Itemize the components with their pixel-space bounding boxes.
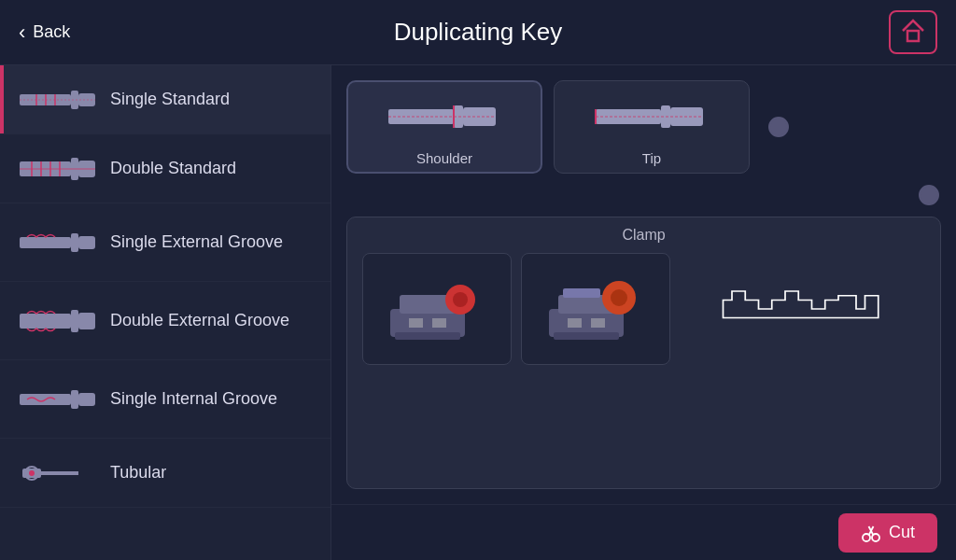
svg-rect-50 (568, 318, 582, 328)
clamp-option-2[interactable] (521, 253, 670, 365)
content-main: Shoulder Tip (331, 65, 956, 504)
header: ‹ Back Duplicating Key (0, 0, 956, 65)
svg-rect-44 (432, 318, 446, 328)
clamp-option-1[interactable] (362, 253, 512, 365)
clamp-options (362, 253, 925, 365)
sidebar-item-label-single-external-groove: Single External Groove (110, 232, 283, 252)
svg-rect-24 (78, 393, 95, 406)
page-title: Duplicating Key (394, 18, 563, 47)
svg-rect-23 (71, 390, 78, 409)
footer: Cut (331, 504, 956, 560)
alignment-radio[interactable] (768, 117, 789, 137)
alignment-options-row: Shoulder Tip (346, 80, 941, 174)
sidebar-item-double-external-groove[interactable]: Double External Groove (0, 282, 330, 360)
svg-point-49 (611, 289, 627, 306)
clamp-title: Clamp (362, 227, 925, 244)
shoulder-option[interactable]: Shoulder (346, 80, 542, 174)
svg-rect-17 (71, 233, 78, 252)
sidebar-item-single-standard[interactable]: Single Standard (0, 65, 330, 134)
shoulder-label: Shoulder (416, 150, 472, 166)
svg-rect-28 (41, 471, 78, 475)
svg-rect-52 (554, 332, 619, 340)
svg-rect-16 (20, 237, 71, 248)
sidebar-item-double-standard[interactable]: Double Standard (0, 134, 330, 203)
home-icon (900, 18, 926, 44)
sidebar: Single Standard Double Standard (0, 65, 331, 560)
back-arrow-icon: ‹ (19, 21, 25, 45)
sidebar-item-label-double-standard: Double Standard (110, 159, 236, 178)
wavy-pattern-svg (714, 267, 892, 351)
clamp-machine-2-icon (540, 262, 652, 356)
sidebar-item-single-internal-groove[interactable]: Single Internal Groove (0, 360, 330, 439)
clamp-pattern-display (680, 253, 925, 365)
svg-point-42 (453, 292, 468, 307)
svg-rect-51 (591, 318, 605, 328)
shoulder-key-illustration (384, 89, 505, 145)
svg-rect-20 (71, 310, 78, 332)
cut-button[interactable]: Cut (838, 513, 937, 553)
key-icon-single-standard (15, 77, 99, 123)
clamp-machine-1-icon (381, 262, 493, 356)
tip-key-illustration (591, 89, 712, 145)
key-icon-single-internal-groove (15, 376, 99, 423)
key-icon-single-external-groove (15, 219, 99, 266)
sidebar-item-single-external-groove[interactable]: Single External Groove (0, 203, 330, 282)
sidebar-item-tubular[interactable]: Tubular (0, 439, 330, 508)
home-button[interactable] (889, 10, 937, 54)
back-label: Back (33, 22, 70, 42)
svg-rect-19 (20, 314, 71, 329)
svg-rect-43 (409, 318, 423, 328)
sidebar-item-label-single-internal-groove: Single Internal Groove (110, 389, 277, 409)
clamp-radio[interactable] (919, 185, 939, 205)
middle-radio-row (346, 185, 941, 205)
sidebar-item-label-tubular: Tubular (110, 463, 166, 483)
svg-rect-45 (395, 332, 460, 340)
key-icon-double-standard (15, 146, 99, 192)
key-icon-tubular (15, 450, 99, 497)
svg-rect-18 (78, 236, 95, 249)
main-layout: Single Standard Double Standard (0, 65, 956, 560)
back-button[interactable]: ‹ Back (19, 21, 70, 45)
tip-label: Tip (642, 150, 661, 166)
svg-point-27 (29, 470, 35, 476)
cut-icon (861, 523, 881, 543)
content-panel: Shoulder Tip (331, 65, 956, 560)
svg-rect-53 (563, 288, 600, 298)
tip-option[interactable]: Tip (554, 80, 750, 174)
svg-rect-0 (907, 31, 919, 41)
sidebar-item-label-double-external-groove: Double External Groove (110, 311, 289, 330)
clamp-section: Clamp (346, 217, 941, 489)
svg-rect-21 (78, 313, 95, 329)
key-icon-double-external-groove (15, 298, 99, 344)
sidebar-item-label-single-standard: Single Standard (110, 90, 230, 109)
cut-label: Cut (889, 523, 915, 542)
